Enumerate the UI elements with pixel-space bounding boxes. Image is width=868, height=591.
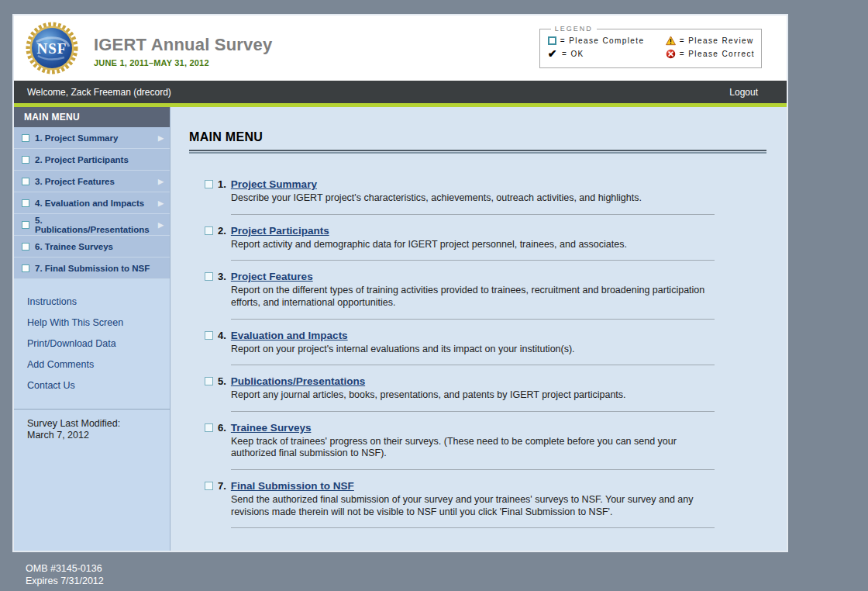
omb-expires: Expires 7/31/2012	[26, 575, 104, 588]
sidebar-item-trainee-surveys[interactable]: 6. Trainee Surveys	[14, 236, 170, 257]
legend-item-review: = Please Review	[666, 36, 755, 46]
publications-presentations-link[interactable]: Publications/Presentations	[231, 375, 365, 387]
error-circle-icon	[666, 49, 676, 59]
chevron-right-icon: ▶	[158, 134, 164, 142]
sidebar-item-label: 6. Trainee Surveys	[35, 242, 113, 251]
final-submission-link[interactable]: Final Submission to NSF	[231, 480, 354, 492]
item-number: 5.	[218, 375, 226, 387]
legend-label: = OK	[562, 50, 584, 58]
checkbox-icon	[205, 226, 213, 235]
item-number: 2.	[218, 225, 226, 237]
last-modified-label: Survey Last Modified:	[27, 418, 162, 430]
legend-title: LEGEND	[551, 25, 597, 33]
legend-label: = Please Correct	[680, 50, 755, 58]
sidebar-header: MAIN MENU	[14, 107, 170, 127]
header: NSF IGERT Annual Survey JUNE 1, 2011–MAY…	[14, 16, 787, 81]
sidebar-link-add-comments[interactable]: Add Comments	[27, 359, 162, 370]
item-description: Send the authorized final submission of …	[231, 494, 718, 518]
warning-triangle-icon	[666, 36, 676, 46]
checkbox-icon	[22, 243, 29, 251]
checkbox-icon	[205, 482, 213, 490]
checkbox-icon	[22, 221, 29, 229]
sidebar-item-label: 7. Final Submission to NSF	[35, 264, 150, 273]
sidebar-link-help[interactable]: Help With This Screen	[27, 317, 162, 328]
chevron-right-icon: ▶	[158, 199, 164, 207]
checkbox-icon	[205, 377, 213, 385]
survey-last-modified: Survey Last Modified: March 7, 2012	[14, 409, 170, 451]
menu-item-evaluation-impacts: 4. Evaluation and Impacts Report on your…	[205, 330, 718, 366]
please-complete-icon	[548, 36, 556, 45]
sidebar-item-label: 4. Evaluation and Impacts	[35, 199, 144, 208]
evaluation-impacts-link[interactable]: Evaluation and Impacts	[231, 330, 348, 341]
legend-label: = Please Review	[680, 36, 754, 45]
sidebar-item-final-submission[interactable]: 7. Final Submission to NSF	[14, 257, 170, 279]
checkbox-icon	[205, 272, 213, 281]
project-summary-link[interactable]: Project Summary	[231, 178, 317, 190]
app-title: IGERT Annual Survey	[94, 35, 272, 55]
sidebar-link-print-download[interactable]: Print/Download Data	[27, 338, 162, 349]
item-number: 7.	[218, 480, 226, 492]
sidebar-lower: Instructions Help With This Screen Print…	[14, 279, 170, 551]
omb-footer: OMB #3145-0136 Expires 7/31/2012	[26, 563, 104, 587]
sidebar-link-instructions[interactable]: Instructions	[27, 296, 162, 307]
menu-item-project-features: 3. Project Features Report on the differ…	[205, 271, 718, 319]
svg-text:NSF: NSF	[37, 40, 67, 57]
heading-divider	[189, 150, 766, 154]
item-description: Report any journal articles, books, pres…	[231, 389, 718, 402]
item-number: 1.	[218, 178, 226, 190]
main-content: MAIN MENU 1. Project Summary Describe yo…	[170, 107, 787, 551]
menu-item-project-summary: 1. Project Summary Describe your IGERT p…	[205, 178, 718, 215]
sidebar-item-label: 5. Publications/Presentations	[35, 216, 153, 234]
item-separator	[231, 365, 715, 365]
sidebar-item-label: 2. Project Participants	[35, 155, 129, 164]
menu-item-final-submission: 7. Final Submission to NSF Send the auth…	[205, 480, 718, 528]
menu-item-publications-presentations: 5. Publications/Presentations Report any…	[205, 375, 718, 412]
checkbox-icon	[205, 180, 213, 188]
sidebar-link-contact-us[interactable]: Contact Us	[27, 380, 162, 391]
sidebar-item-label: 3. Project Features	[35, 177, 115, 186]
menu-item-project-participants: 2. Project Participants Report activity …	[205, 225, 718, 261]
item-separator	[231, 319, 715, 320]
checkbox-icon	[22, 134, 29, 142]
logout-button[interactable]: Logout	[729, 87, 758, 98]
project-features-link[interactable]: Project Features	[231, 271, 313, 282]
sidebar-item-publications-presentations[interactable]: 5. Publications/Presentations ▶	[14, 214, 170, 236]
item-description: Describe your IGERT project's characteri…	[231, 192, 718, 205]
nsf-logo: NSF	[26, 22, 78, 74]
item-separator	[231, 411, 715, 412]
ok-check-icon: ✔	[548, 50, 558, 58]
chevron-right-icon: ▶	[158, 221, 164, 229]
sidebar: MAIN MENU 1. Project Summary ▶ 2. Projec…	[14, 107, 170, 551]
sidebar-item-project-features[interactable]: 3. Project Features ▶	[14, 171, 170, 192]
sidebar-item-project-summary[interactable]: 1. Project Summary ▶	[14, 127, 170, 149]
checkbox-icon	[22, 264, 29, 272]
item-separator	[231, 469, 715, 470]
sidebar-item-project-participants[interactable]: 2. Project Participants	[14, 149, 170, 171]
item-description: Report activity and demographic data for…	[231, 239, 718, 251]
sidebar-item-evaluation-impacts[interactable]: 4. Evaluation and Impacts ▶	[14, 192, 170, 214]
welcome-text: Welcome, Zack Freeman (drecord)	[27, 87, 171, 98]
sidebar-item-label: 1. Project Summary	[35, 133, 118, 143]
legend-item-complete: = Please Complete	[548, 36, 666, 46]
checkbox-icon	[22, 199, 29, 207]
item-number: 4.	[218, 330, 226, 341]
legend-item-correct: = Please Correct	[666, 49, 755, 59]
item-description: Report on your project's internal evalua…	[231, 344, 718, 356]
last-modified-date: March 7, 2012	[27, 430, 162, 441]
main-menu-list: 1. Project Summary Describe your IGERT p…	[205, 178, 718, 528]
app-subtitle: JUNE 1, 2011–MAY 31, 2012	[94, 58, 272, 67]
chevron-right-icon: ▶	[158, 178, 164, 185]
welcome-bar: Welcome, Zack Freeman (drecord) Logout	[14, 81, 787, 103]
item-number: 3.	[218, 271, 226, 282]
item-separator	[231, 527, 715, 528]
trainee-surveys-link[interactable]: Trainee Surveys	[231, 422, 312, 434]
project-participants-link[interactable]: Project Participants	[231, 225, 329, 237]
page-title: MAIN MENU	[189, 130, 766, 144]
omb-number: OMB #3145-0136	[26, 563, 104, 575]
item-separator	[231, 214, 715, 215]
app-window: NSF IGERT Annual Survey JUNE 1, 2011–MAY…	[12, 14, 788, 552]
item-separator	[231, 260, 715, 261]
legend-item-ok: ✔ = OK	[548, 49, 666, 59]
checkbox-icon	[22, 156, 29, 164]
item-number: 6.	[218, 422, 226, 434]
